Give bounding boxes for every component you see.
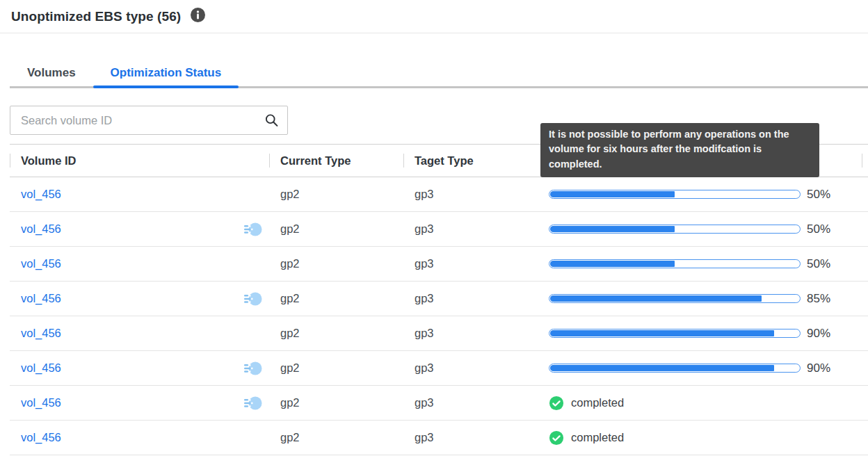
modification-status-tooltip: It is not possible to perform any operat… xyxy=(540,123,819,177)
fast-moving-volume-icon xyxy=(243,359,262,377)
target-type-cell: gp3 xyxy=(403,177,540,211)
title-info-slot xyxy=(181,8,205,25)
table-row: vol_456 gp2gp385% xyxy=(10,282,868,316)
volume-id-link[interactable]: vol_456 xyxy=(21,188,61,201)
progress-bar-fill xyxy=(550,365,774,371)
modification-status-cell: 90% xyxy=(540,351,868,385)
progress-bar-fill xyxy=(550,330,774,336)
progress-percent: 85% xyxy=(807,292,830,306)
current-type-cell: gp2 xyxy=(269,212,403,246)
volume-id-cell: vol_456 xyxy=(10,386,269,420)
table-row: vol_456gp2gp350% xyxy=(10,177,868,212)
info-icon[interactable] xyxy=(191,8,205,22)
search-bar xyxy=(10,106,288,135)
volume-id-link[interactable]: vol_456 xyxy=(21,396,61,409)
target-type-cell: gp3 xyxy=(403,282,540,316)
modification-status-cell: 50% xyxy=(540,177,868,211)
current-type-cell: gp2 xyxy=(269,421,403,455)
fast-moving-volume-icon xyxy=(243,220,262,238)
progress-percent: 90% xyxy=(807,361,830,375)
current-type-cell: gp2 xyxy=(269,386,403,420)
volume-id-cell: vol_456 xyxy=(10,351,269,385)
target-type-cell: gp3 xyxy=(403,386,540,420)
volume-id-cell: vol_456 xyxy=(10,177,269,211)
tab-optimization-status[interactable]: Optimization Status xyxy=(93,58,239,88)
check-circle-icon xyxy=(549,430,564,446)
modification-status-cell: 50% xyxy=(540,247,868,281)
tab-volumes[interactable]: Volumes xyxy=(10,58,93,88)
search-icon[interactable] xyxy=(264,113,279,128)
target-type-cell: gp3 xyxy=(403,212,540,246)
current-type-cell: gp2 xyxy=(269,351,403,385)
volume-id-cell: vol_456 xyxy=(10,316,269,350)
table-row: vol_456gp2gp3 completed xyxy=(10,421,868,455)
table-row: vol_456 gp2gp390% xyxy=(10,351,868,386)
check-circle-icon xyxy=(549,396,564,411)
column-header-current-type: Current Type xyxy=(269,145,403,177)
page-title: Unoptimized EBS type (56) xyxy=(11,9,181,24)
progress-percent: 50% xyxy=(807,188,830,202)
modification-status-cell: 85% xyxy=(540,282,868,316)
progress-percent: 50% xyxy=(807,222,830,236)
volume-id-cell: vol_456 xyxy=(10,421,269,455)
progress-bar xyxy=(549,259,801,268)
progress-bar xyxy=(549,190,801,199)
table-body: vol_456gp2gp350%vol_456 gp2gp350%vol_456… xyxy=(10,177,868,455)
volume-id-link[interactable]: vol_456 xyxy=(21,327,61,340)
progress-bar-fill xyxy=(550,191,675,197)
table-row: vol_456 gp2gp3 completed xyxy=(10,386,868,421)
target-type-cell: gp3 xyxy=(403,421,540,455)
current-type-cell: gp2 xyxy=(269,247,403,281)
volume-id-link[interactable]: vol_456 xyxy=(21,257,61,270)
column-header-label: Taget Type xyxy=(415,154,474,168)
tab-bar: Volumes Optimization Status xyxy=(0,33,868,88)
progress-bar-fill xyxy=(550,295,762,302)
fast-moving-volume-icon xyxy=(243,290,262,307)
page-header: Unoptimized EBS type (56) xyxy=(0,0,868,33)
modification-status-cell: completed xyxy=(540,386,868,420)
table-row: vol_456 gp2gp350% xyxy=(10,212,868,247)
progress-bar-fill xyxy=(550,226,675,232)
volume-id-cell: vol_456 xyxy=(10,282,269,316)
current-type-cell: gp2 xyxy=(269,177,403,211)
progress-bar xyxy=(549,364,801,373)
progress-bar xyxy=(549,225,801,234)
modification-status-cell: 90% xyxy=(540,316,868,350)
volumes-table: Volume ID Current Type Taget Type Modifi… xyxy=(10,144,868,455)
column-header-target-type: Taget Type xyxy=(403,145,540,177)
status-completed-label: completed xyxy=(571,431,624,444)
progress-bar xyxy=(549,329,801,338)
volume-id-link[interactable]: vol_456 xyxy=(21,222,61,236)
table-row: vol_456gp2gp350% xyxy=(10,247,868,282)
target-type-cell: gp3 xyxy=(403,351,540,385)
target-type-cell: gp3 xyxy=(403,316,540,350)
tooltip-text: It is not possible to perform any operat… xyxy=(549,129,789,170)
search-input[interactable] xyxy=(10,106,288,135)
progress-bar-fill xyxy=(550,261,675,267)
fast-moving-volume-icon xyxy=(243,394,262,412)
volume-id-link[interactable]: vol_456 xyxy=(21,292,61,305)
volume-id-cell: vol_456 xyxy=(10,247,269,281)
progress-bar xyxy=(549,294,801,303)
current-type-cell: gp2 xyxy=(269,316,403,350)
target-type-cell: gp3 xyxy=(403,247,540,281)
current-type-cell: gp2 xyxy=(269,282,403,316)
status-completed-label: completed xyxy=(571,396,624,409)
volume-id-link[interactable]: vol_456 xyxy=(21,361,61,375)
modification-status-cell: 50% xyxy=(540,212,868,246)
modification-status-cell: completed xyxy=(540,421,868,455)
column-header-label: Volume ID xyxy=(21,154,76,168)
progress-percent: 90% xyxy=(807,327,830,341)
table-row: vol_456gp2gp390% xyxy=(10,316,868,351)
progress-percent: 50% xyxy=(807,257,830,271)
column-header-label: Current Type xyxy=(280,154,351,168)
volume-id-link[interactable]: vol_456 xyxy=(21,431,61,444)
column-header-volume-id: Volume ID xyxy=(10,145,269,177)
volume-id-cell: vol_456 xyxy=(10,212,269,246)
